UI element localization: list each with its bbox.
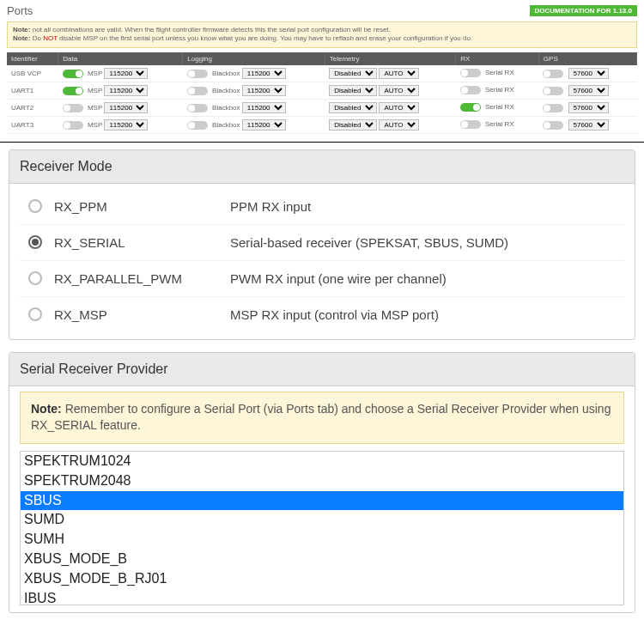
telemetry-auto-select[interactable]: AUTO (379, 68, 419, 79)
telemetry-mode-select[interactable]: Disabled (329, 85, 377, 96)
gps-baud-select[interactable]: 57600 (568, 119, 609, 131)
port-id: UART3 (7, 116, 58, 133)
col-header: Data (58, 52, 183, 65)
data-baud-select[interactable]: 115200 (104, 68, 148, 79)
log-baud-select[interactable]: 115200 (242, 85, 286, 96)
table-row: UART2 MSP 115200 Blackbox 115200Disabled… (7, 99, 637, 116)
log-toggle[interactable] (187, 70, 208, 78)
telemetry-mode-select[interactable]: Disabled (329, 68, 377, 79)
ports-note: Note: not all combinations are valid. Wh… (7, 21, 637, 48)
log-baud-select[interactable]: 115200 (242, 119, 286, 131)
rx-toggle[interactable] (460, 103, 481, 112)
table-row: UART3 MSP 115200 Blackbox 115200Disabled… (7, 116, 637, 133)
msp-toggle[interactable] (63, 70, 83, 78)
section-title: Serial Receiver Provider (9, 353, 635, 386)
gps-toggle[interactable] (543, 104, 563, 112)
col-header: Telemetry (325, 52, 456, 65)
provider-option[interactable]: XBUS_MODE_B_RJ01 (21, 569, 623, 589)
port-id: UART1 (7, 82, 58, 99)
rx-toggle[interactable] (460, 86, 481, 94)
provider-option[interactable]: SUMH (21, 530, 623, 550)
receiver-desc: MSP RX input (control via MSP port) (230, 307, 439, 322)
provider-option[interactable]: SPEKTRUM1024 (21, 452, 623, 471)
table-row: USB VCP MSP 115200 Blackbox 115200Disabl… (7, 65, 637, 82)
col-header: GPS (538, 52, 636, 65)
radio-icon[interactable] (28, 271, 42, 285)
radio-icon[interactable] (28, 307, 42, 321)
telemetry-auto-select[interactable]: AUTO (379, 102, 419, 113)
msp-toggle[interactable] (63, 121, 83, 130)
receiver-mode-section: Receiver Mode RX_PPMPPM RX inputRX_SERIA… (9, 149, 635, 340)
receiver-name: RX_PPM (54, 199, 230, 214)
provider-option[interactable]: IBUS (21, 589, 623, 605)
log-baud-select[interactable]: 115200 (242, 102, 286, 113)
ports-title: Ports (7, 4, 33, 17)
table-row: UART1 MSP 115200 Blackbox 115200Disabled… (7, 82, 637, 99)
radio-icon[interactable] (28, 199, 42, 213)
receiver-name: RX_SERIAL (54, 235, 230, 250)
log-baud-select[interactable]: 115200 (242, 68, 286, 79)
provider-option[interactable]: SUMD (21, 510, 623, 530)
gps-baud-select[interactable]: 57600 (568, 85, 609, 96)
data-baud-select[interactable]: 115200 (104, 119, 148, 131)
gps-toggle[interactable] (543, 121, 563, 130)
log-toggle[interactable] (187, 104, 208, 112)
col-header: Identifier (7, 52, 58, 65)
serial-provider-section: Serial Receiver Provider Note: Remember … (9, 352, 635, 613)
telemetry-mode-select[interactable]: Disabled (329, 102, 377, 113)
telemetry-auto-select[interactable]: AUTO (379, 119, 419, 131)
port-id: USB VCP (7, 65, 58, 82)
receiver-name: RX_MSP (54, 307, 230, 322)
rx-toggle[interactable] (460, 120, 481, 129)
telemetry-auto-select[interactable]: AUTO (379, 85, 419, 96)
ports-table: IdentifierDataLoggingTelemetryRXGPS USB … (7, 52, 637, 134)
data-baud-select[interactable]: 115200 (104, 102, 148, 113)
doc-badge[interactable]: DOCUMENTATION FOR 1.13.0 (530, 5, 638, 16)
msp-toggle[interactable] (63, 87, 83, 95)
gps-baud-select[interactable]: 57600 (568, 102, 609, 113)
provider-select[interactable]: SPEKTRUM1024SPEKTRUM2048SBUSSUMDSUMHXBUS… (20, 451, 624, 605)
provider-option[interactable]: XBUS_MODE_B (21, 550, 623, 569)
log-toggle[interactable] (187, 87, 208, 95)
port-id: UART2 (7, 99, 58, 116)
col-header: Logging (183, 52, 325, 65)
receiver-option[interactable]: RX_PPMPPM RX input (20, 189, 624, 225)
section-title: Receiver Mode (9, 150, 635, 184)
receiver-desc: Serial-based receiver (SPEKSAT, SBUS, SU… (230, 235, 508, 250)
provider-option[interactable]: SBUS (21, 491, 623, 511)
data-baud-select[interactable]: 115200 (104, 85, 148, 96)
log-toggle[interactable] (187, 121, 208, 130)
msp-toggle[interactable] (63, 104, 83, 112)
receiver-option[interactable]: RX_MSPMSP RX input (control via MSP port… (20, 297, 624, 332)
rx-toggle[interactable] (460, 69, 481, 77)
radio-icon[interactable] (28, 235, 42, 249)
receiver-name: RX_PARALLEL_PWM (54, 271, 230, 286)
receiver-option[interactable]: RX_SERIALSerial-based receiver (SPEKSAT,… (20, 225, 624, 261)
col-header: RX (456, 52, 539, 65)
receiver-desc: PWM RX input (one wire per channel) (230, 271, 447, 286)
gps-toggle[interactable] (543, 70, 563, 78)
receiver-option[interactable]: RX_PARALLEL_PWMPWM RX input (one wire pe… (20, 261, 624, 297)
telemetry-mode-select[interactable]: Disabled (329, 119, 377, 131)
provider-option[interactable]: SPEKTRUM2048 (21, 471, 623, 491)
gps-baud-select[interactable]: 57600 (568, 68, 609, 79)
provider-note: Note: Remember to configure a Serial Por… (20, 392, 624, 444)
receiver-desc: PPM RX input (230, 199, 311, 214)
gps-toggle[interactable] (543, 87, 563, 95)
